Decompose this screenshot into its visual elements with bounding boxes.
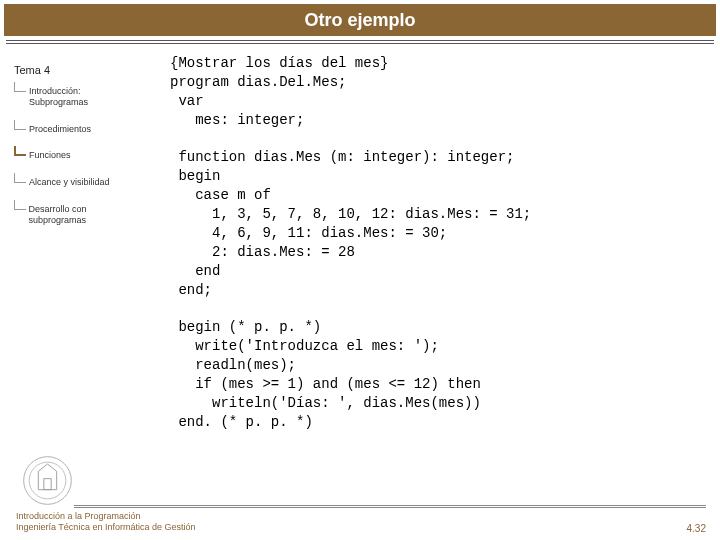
sidebar-item-label: Desarrollo con subprogramas <box>29 204 142 226</box>
sidebar-item-procedimientos[interactable]: Procedimientos <box>14 124 142 135</box>
sidebar-item-introduccion[interactable]: Introducción: Subprogramas <box>14 86 142 108</box>
sidebar-heading: Tema 4 <box>14 64 142 76</box>
footer: Introducción a la Programación Ingenierí… <box>0 505 720 534</box>
tree-connector-icon <box>14 200 26 210</box>
slide-title: Otro ejemplo <box>304 10 415 31</box>
title-bar: Otro ejemplo <box>4 4 716 36</box>
tree-connector-icon <box>14 146 26 156</box>
sidebar-item-label: Funciones <box>29 150 71 161</box>
sidebar-item-label: Introducción: Subprogramas <box>29 86 142 108</box>
svg-point-1 <box>29 462 66 499</box>
sidebar: Tema 4 Introducción: Subprogramas Proced… <box>0 54 150 474</box>
sidebar-item-alcance[interactable]: Alcance y visibilidad <box>14 177 142 188</box>
tree-connector-icon <box>14 120 26 130</box>
footer-line-1: Introducción a la Programación <box>16 511 195 523</box>
sidebar-item-desarrollo[interactable]: Desarrollo con subprogramas <box>14 204 142 226</box>
sidebar-item-label: Alcance y visibilidad <box>29 177 110 188</box>
tree-connector-icon <box>14 173 26 183</box>
page-number: 4.32 <box>687 523 706 534</box>
svg-rect-2 <box>44 479 51 490</box>
footer-line-2: Ingeniería Técnica en Informática de Ges… <box>16 522 195 534</box>
divider-bottom <box>74 505 706 508</box>
code-block: {Mostrar los días del mes} program dias.… <box>150 54 720 474</box>
footer-text: Introducción a la Programación Ingenierí… <box>16 511 195 534</box>
sidebar-item-funciones[interactable]: Funciones <box>14 150 142 161</box>
content-area: Tema 4 Introducción: Subprogramas Proced… <box>0 44 720 474</box>
university-crest-icon <box>20 453 75 508</box>
sidebar-item-label: Procedimientos <box>29 124 91 135</box>
tree-connector-icon <box>14 82 26 92</box>
